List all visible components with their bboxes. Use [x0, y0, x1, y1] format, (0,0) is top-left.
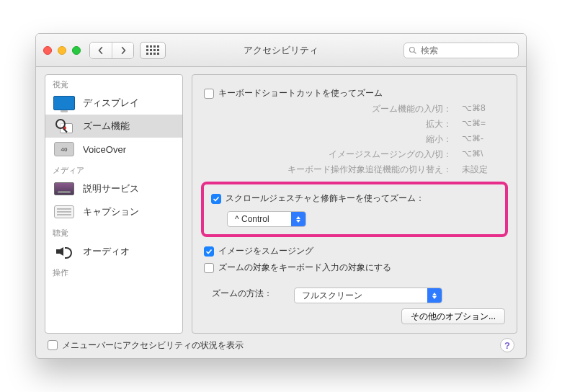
search-field[interactable]: [403, 43, 519, 58]
menubar-status-label: メニューバーにアクセシビリティの状況を表示: [62, 339, 244, 352]
search-input[interactable]: [421, 45, 514, 55]
sidebar-item-label: ズーム機能: [83, 120, 130, 133]
checkbox-icon: [204, 246, 214, 257]
shortcut-value: 未設定: [462, 164, 505, 176]
forward-button[interactable]: [112, 43, 133, 58]
shortcut-key: 縮小：: [426, 133, 452, 146]
descriptions-icon: [54, 182, 74, 195]
zoom-style-select[interactable]: フルスクリーン: [294, 288, 442, 303]
chevron-left-icon: [97, 46, 105, 55]
keyboard-target-checkbox-row[interactable]: ズームの対象をキーボード入力の対象にする: [204, 262, 505, 274]
voiceover-icon: 40: [54, 142, 74, 156]
category-sidebar[interactable]: 視覚 ディスプレイ ズーム機能 40 VoiceOver メディア 説明サービス: [45, 74, 183, 334]
zoom-icon: [55, 119, 73, 133]
shortcut-key: キーボード操作対象追従機能の切り替え：: [287, 164, 452, 176]
window-body: 視覚 ディスプレイ ズーム機能 40 VoiceOver メディア 説明サービス: [36, 67, 526, 358]
sidebar-section-hearing: 聴覚: [45, 223, 182, 240]
nav-back-forward: [89, 42, 134, 59]
window-footer: メニューバーにアクセシビリティの状況を表示 ?: [45, 334, 517, 352]
sidebar-item-captions[interactable]: キャプション: [45, 200, 182, 223]
shortcut-value: ⌥⌘=: [462, 118, 505, 130]
select-arrows-icon: [291, 212, 305, 226]
show-all-button[interactable]: [140, 42, 166, 59]
checkbox-icon: [204, 89, 214, 99]
display-icon: [53, 96, 75, 110]
close-window-button[interactable]: [43, 46, 52, 55]
checkbox-icon: [204, 263, 214, 273]
shortcut-value: ⌥⌘8: [462, 103, 505, 115]
preferences-window: アクセシビリティ 視覚 ディスプレイ ズーム機能 40: [35, 33, 527, 359]
keyboard-target-label: ズームの対象をキーボード入力の対象にする: [218, 262, 391, 274]
back-button[interactable]: [90, 43, 112, 58]
kb-shortcut-checkbox-row[interactable]: キーボードショートカットを使ってズーム: [204, 87, 505, 99]
smooth-images-checkbox-row[interactable]: イメージをスムージング: [204, 245, 505, 257]
shortcut-value: ⌥⌘-: [462, 133, 505, 146]
sidebar-item-audio[interactable]: オーディオ: [45, 240, 182, 263]
select-value: ^ Control: [228, 214, 291, 224]
svg-line-1: [414, 51, 416, 53]
checkbox-icon: [48, 340, 58, 350]
sidebar-item-label: オーディオ: [83, 245, 130, 258]
minimize-window-button[interactable]: [58, 46, 66, 55]
modifier-key-select[interactable]: ^ Control: [227, 211, 306, 227]
window-controls: [43, 46, 81, 55]
window-toolbar: アクセシビリティ: [36, 34, 526, 67]
check-icon: [205, 248, 213, 255]
highlight-box: スクロールジェスチャと修飾キーを使ってズーム： ^ Control: [201, 182, 508, 237]
sidebar-item-display[interactable]: ディスプレイ: [45, 92, 182, 115]
shortcut-value: ⌥⌘\: [462, 148, 505, 161]
zoom-window-button[interactable]: [72, 46, 81, 55]
search-icon: [409, 46, 417, 55]
select-arrows-icon: [427, 288, 442, 303]
more-options-button[interactable]: その他のオプション...: [401, 308, 505, 324]
check-icon: [213, 195, 220, 202]
kb-shortcut-label: キーボードショートカットを使ってズーム: [218, 87, 383, 99]
shortcut-key: 拡大：: [426, 118, 452, 130]
help-button[interactable]: ?: [500, 338, 514, 352]
sidebar-item-voiceover[interactable]: 40 VoiceOver: [45, 138, 182, 161]
sidebar-item-label: キャプション: [83, 205, 139, 218]
select-value: フルスクリーン: [295, 290, 427, 302]
shortcut-key: イメージスムージングの入/切：: [329, 148, 452, 161]
settings-pane: キーボードショートカットを使ってズーム ズーム機能の入/切：⌥⌘8 拡大：⌥⌘=…: [192, 74, 517, 334]
scroll-zoom-label: スクロールジェスチャと修飾キーを使ってズーム：: [226, 192, 424, 205]
sidebar-item-zoom[interactable]: ズーム機能: [45, 115, 182, 138]
captions-icon: [54, 205, 74, 218]
sidebar-item-label: 説明サービス: [83, 182, 139, 195]
audio-icon: [56, 244, 72, 259]
scroll-zoom-checkbox-row[interactable]: スクロールジェスチャと修飾キーを使ってズーム：: [211, 192, 498, 205]
sidebar-section-interacting: 操作: [45, 263, 182, 280]
grid-icon: [146, 45, 159, 55]
chevron-right-icon: [119, 46, 128, 55]
sidebar-item-label: VoiceOver: [83, 144, 126, 155]
shortcut-key: ズーム機能の入/切：: [372, 103, 452, 115]
sidebar-item-label: ディスプレイ: [83, 97, 139, 110]
sidebar-item-descriptions[interactable]: 説明サービス: [45, 177, 182, 200]
smooth-images-label: イメージをスムージング: [218, 245, 313, 257]
sidebar-section-vision: 視覚: [45, 75, 182, 92]
zoom-style-label: ズームの方法：: [204, 288, 272, 300]
checkbox-icon: [211, 194, 221, 204]
sidebar-section-media: メディア: [45, 161, 182, 177]
svg-point-0: [410, 47, 415, 52]
menubar-status-checkbox-row[interactable]: メニューバーにアクセシビリティの状況を表示: [48, 339, 244, 352]
